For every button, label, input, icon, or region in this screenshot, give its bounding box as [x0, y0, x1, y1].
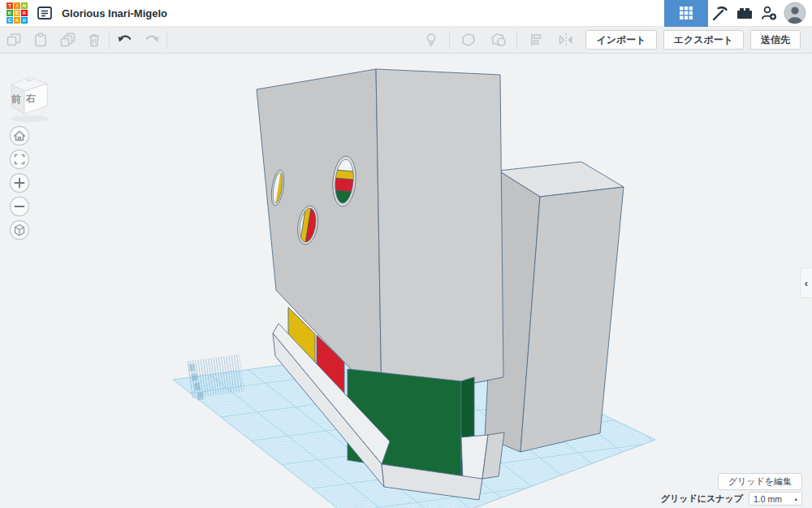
account-menu-button[interactable] — [781, 0, 809, 27]
toolbar-separator — [109, 31, 110, 49]
trash-icon — [84, 30, 104, 50]
dropdown-caret-icon: ▴ — [794, 496, 797, 502]
shapes-panel-toggle[interactable]: ‹ — [800, 267, 812, 298]
logo-cell: N — [21, 2, 28, 9]
design-title: Glorious Inari-Migelo — [62, 7, 167, 20]
snap-grid-row: グリッドにスナップ 1.0 mm ▴ — [661, 492, 802, 506]
copy-icon — [4, 30, 24, 50]
avatar — [784, 2, 806, 24]
tips-button[interactable] — [417, 27, 444, 54]
mirror-button[interactable] — [552, 27, 579, 54]
model-right-box[interactable] — [485, 162, 624, 452]
chevron-left-icon: ‹ — [805, 277, 808, 289]
snap-grid-value: 1.0 mm — [754, 494, 782, 504]
grid-view-icon — [679, 6, 693, 20]
toolbar-separator — [166, 31, 167, 49]
header-bar: T I N K E R C A D Glorious Inari-Migelo — [0, 0, 812, 27]
snap-grid-label: グリッドにスナップ — [661, 493, 743, 505]
logo-cell: A — [14, 17, 20, 24]
lightbulb-icon — [421, 30, 441, 50]
import-button[interactable]: インポート — [585, 30, 656, 50]
duplicate-button[interactable] — [54, 27, 80, 54]
group-icon — [459, 30, 478, 50]
design-properties-button[interactable] — [32, 0, 57, 27]
logo-cell: K — [6, 10, 13, 16]
lego-brick-icon — [735, 3, 754, 23]
logo-cell: D — [21, 17, 28, 24]
logo-cell: I — [14, 2, 20, 9]
workplane-view-button[interactable] — [664, 0, 708, 27]
snap-grid-select[interactable]: 1.0 mm ▴ — [749, 492, 802, 506]
add-person-icon — [759, 3, 779, 23]
send-to-button[interactable]: 送信先 — [750, 30, 801, 50]
nav-home-button[interactable] — [11, 127, 29, 145]
ungroup-button[interactable] — [485, 27, 512, 54]
view-cube[interactable]: 右 前 — [11, 77, 50, 122]
duplicate-icon — [58, 30, 77, 50]
mirror-icon — [556, 30, 576, 50]
3d-viewport[interactable]: 右 前 — [0, 0, 812, 508]
copy-button[interactable] — [0, 27, 27, 54]
nav-perspective-button[interactable] — [11, 221, 29, 240]
delete-button[interactable] — [80, 27, 107, 54]
edit-toolbar: インポート エクスポート 送信先 — [0, 27, 812, 54]
view-cube-side-label: 前 — [11, 93, 21, 105]
minecraft-export-button[interactable] — [708, 0, 732, 27]
export-button[interactable]: エクスポート — [663, 30, 744, 50]
brick-export-button[interactable] — [732, 0, 757, 27]
paste-button[interactable] — [27, 27, 54, 54]
view-cube-shadow — [11, 115, 50, 122]
tinkercad-app: 右 前 T I — [0, 0, 812, 508]
redo-icon — [141, 30, 162, 50]
align-button[interactable] — [522, 27, 549, 54]
big-box-right-face[interactable] — [376, 69, 503, 402]
undo-icon — [114, 30, 136, 50]
nav-zoom-in-button[interactable] — [11, 174, 29, 193]
pickaxe-icon — [710, 3, 730, 23]
redo-button[interactable] — [138, 27, 165, 54]
nav-zoom-out-button[interactable] — [11, 198, 29, 216]
view-cube-front-label: 右 — [25, 93, 36, 104]
logo-cell: C — [6, 17, 13, 24]
properties-list-icon — [37, 5, 53, 21]
paste-icon — [31, 30, 50, 50]
toolbar-separator — [449, 31, 450, 49]
logo-cell: T — [6, 2, 13, 9]
ungroup-icon — [489, 30, 508, 50]
logo-cell: E — [14, 10, 20, 16]
nav-fit-view-button[interactable] — [11, 150, 29, 169]
tinkercad-logo[interactable]: T I N K E R C A D — [6, 2, 28, 24]
undo-button[interactable] — [111, 27, 138, 54]
align-icon — [526, 30, 546, 50]
toolbar-separator — [516, 31, 517, 49]
group-button[interactable] — [455, 27, 482, 54]
invite-collaborator-button[interactable] — [757, 0, 781, 27]
logo-cell: R — [21, 10, 28, 16]
edit-grid-button[interactable]: グリッドを編集 — [718, 473, 802, 490]
